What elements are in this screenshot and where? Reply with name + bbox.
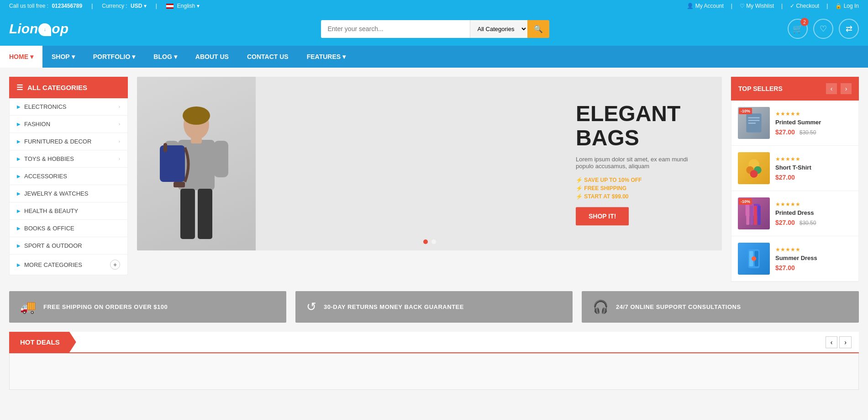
ts-item-4[interactable]: ★★★★★ Summer Dress $27.00 (731, 236, 858, 282)
svg-point-1 (183, 106, 210, 125)
cart-button[interactable]: 🛒 2 (788, 19, 808, 39)
top-bar: Call us toll free : 0123456789 | Currenc… (0, 0, 868, 12)
hero-banner: ELEGANT BAGS Lorem ipsum dolor sit amet,… (137, 77, 722, 250)
wishlist-button[interactable]: ♡ (813, 19, 833, 39)
nav-item-about[interactable]: ABOUT US (186, 46, 238, 68)
plus-icon: + (110, 260, 120, 270)
hot-deals-prev[interactable]: ‹ (826, 336, 838, 348)
hot-deals-next[interactable]: › (839, 336, 852, 348)
category-list: ▶ ELECTRONICS › ▶ FASHION › ▶ FURNITURED… (9, 98, 128, 275)
flag-icon (166, 4, 174, 9)
feature-support: 🎧 24/7 ONLINE SUPPORT CONSULTATIONS (582, 291, 859, 323)
arrow-icon: ▶ (17, 104, 21, 109)
chevron-down-icon: ▾ (342, 53, 346, 60)
top-sellers-prev[interactable]: ‹ (826, 83, 837, 94)
phone-info: Call us toll free : 0123456789 (9, 3, 82, 9)
ts-name-1: Printed Summer (775, 119, 852, 126)
nav-item-blog[interactable]: BLOG ▾ (144, 46, 186, 68)
svg-rect-13 (748, 120, 760, 121)
hero-feature-3: START AT $99.00 (576, 193, 694, 200)
hero-feature-1: SAVE UP TO 10% OFF (576, 177, 694, 183)
nav-item-portfolio[interactable]: PORTFOLIO ▾ (84, 46, 145, 68)
search-input[interactable] (321, 20, 470, 38)
account-icon: 👤 (687, 3, 694, 9)
hero-features: SAVE UP TO 10% OFF FREE SHIPPING START A… (576, 177, 694, 200)
all-categories-header: ☰ ALL CATEGORIES (9, 77, 128, 98)
nav-item-home[interactable]: HOME ▾ (0, 46, 42, 68)
logo[interactable]: Lion↓op (9, 21, 82, 37)
chevron-down-icon: ▾ (72, 53, 75, 60)
ts-img-1: -10% (738, 107, 770, 139)
ts-info-4: ★★★★★ Summer Dress $27.00 (775, 246, 852, 271)
category-item-health[interactable]: ▶ HEALTH & BEAUTY (10, 202, 127, 220)
login-link[interactable]: 🔒 Log In (835, 3, 859, 9)
ts-price-new-1: $27.00 (775, 128, 795, 136)
svg-rect-6 (198, 189, 212, 239)
ts-stars-1: ★★★★★ (775, 111, 852, 117)
menu-icon: ☰ (16, 83, 23, 92)
category-item-toys[interactable]: ▶ TOYS & HOBBIES › (10, 150, 127, 168)
ts-info-3: ★★★★★ Printed Dress $27.00 $30.50 (775, 201, 852, 226)
feature-returns: ↺ 30-DAY RETURNS MONEY BACK GUARANTEE (295, 291, 573, 323)
hot-deals-label: HOT DEALS (9, 332, 76, 352)
category-item-fashion[interactable]: ▶ FASHION › (10, 116, 127, 133)
svg-point-29 (752, 256, 756, 261)
ts-name-3: Printed Dress (775, 209, 852, 216)
category-item-jewelry[interactable]: ▶ JEWELRY & WATCHES (10, 185, 127, 202)
my-account-link[interactable]: 👤 My Account (687, 3, 723, 9)
header-icons: 🛒 2 ♡ ⇄ (788, 19, 859, 39)
category-dropdown[interactable]: All Categories Electronics Fashion Acces… (470, 20, 527, 38)
currency-selector[interactable]: Currency : USD ▾ (102, 3, 146, 9)
ts-price-new-4: $27.00 (775, 264, 795, 271)
ts-item-1[interactable]: -10% ★★★★★ Printed Summer $27.00 $30.50 (731, 101, 858, 146)
nav-item-features[interactable]: FEATURES ▾ (298, 46, 355, 68)
category-item-sport[interactable]: ▶ SPORT & OUTDOOR (10, 237, 127, 255)
check-icon: ✓ (790, 3, 794, 9)
checkout-link[interactable]: ✓ Checkout (790, 3, 819, 9)
slider-dot-1[interactable] (423, 239, 428, 244)
chevron-right-icon: › (119, 156, 120, 161)
main-content: ☰ ALL CATEGORIES ▶ ELECTRONICS › ▶ FASHI… (0, 68, 868, 291)
shop-it-button[interactable]: SHOP IT! (576, 207, 629, 225)
chevron-down-icon: ▾ (132, 53, 135, 60)
search-button[interactable]: 🔍 (527, 20, 549, 38)
lion-icon: ↓ (38, 23, 51, 36)
language-selector[interactable]: English ▾ (166, 3, 200, 9)
chevron-right-icon: › (119, 104, 120, 109)
nav-item-shop[interactable]: SHOP ▾ (42, 46, 84, 68)
category-item-accessories[interactable]: ▶ ACCESSORIES (10, 168, 127, 185)
arrow-icon: ▶ (17, 156, 21, 161)
ts-price-old-1: $30.50 (800, 129, 816, 136)
top-sellers-next[interactable]: › (841, 83, 852, 94)
heart-icon: ♡ (740, 3, 745, 9)
ts-info-1: ★★★★★ Printed Summer $27.00 $30.50 (775, 111, 852, 136)
hero-image (137, 77, 256, 250)
svg-rect-14 (748, 122, 756, 124)
ts-item-3[interactable]: -10% ★★★★★ Printed Dress $ (731, 191, 858, 236)
category-item-more[interactable]: ▶ MORE CATEGORIES + (10, 255, 127, 275)
arrow-icon: ▶ (17, 226, 21, 231)
my-wishlist-link[interactable]: ♡ My Wishlist (740, 3, 774, 9)
ts-info-2: ★★★★★ Short T-Shirt $27.00 (775, 156, 852, 181)
svg-rect-22 (746, 206, 749, 225)
svg-rect-9 (174, 182, 185, 187)
ts-img-4 (738, 243, 770, 275)
category-item-electronics[interactable]: ▶ ELECTRONICS › (10, 98, 127, 116)
ts-stars-2: ★★★★★ (775, 156, 852, 162)
logo-text: Lion↓op (9, 21, 68, 37)
return-icon: ↺ (306, 300, 316, 314)
hot-deals-bar: HOT DEALS ‹ › (9, 332, 859, 353)
header: Lion↓op All Categories Electronics Fashi… (0, 12, 868, 46)
slider-dot-2[interactable] (431, 239, 436, 244)
ts-item-2[interactable]: ★★★★★ Short T-Shirt $27.00 (731, 146, 858, 191)
ts-stars-3: ★★★★★ (775, 201, 852, 207)
compare-button[interactable]: ⇄ (839, 19, 859, 39)
sidebar: ☰ ALL CATEGORIES ▶ ELECTRONICS › ▶ FASHI… (9, 77, 128, 275)
category-item-furniture[interactable]: ▶ FURNITURED & DECOR › (10, 133, 127, 150)
arrow-icon: ▶ (17, 191, 21, 196)
arrow-icon: ▶ (17, 208, 21, 213)
nav-item-contact[interactable]: CONTACT US (238, 46, 298, 68)
chevron-right-icon: › (119, 122, 120, 127)
category-item-books[interactable]: ▶ BOOKS & OFFICE (10, 220, 127, 237)
svg-point-18 (750, 170, 758, 178)
